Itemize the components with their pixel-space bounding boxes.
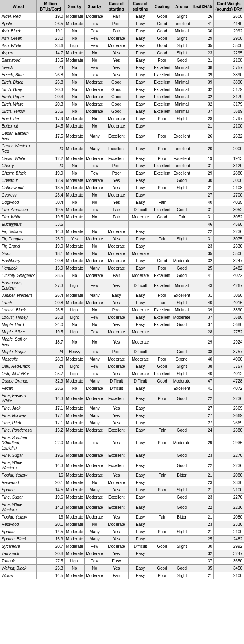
table-cell: Hornbeam, Eastern [0, 279, 37, 292]
table-cell: Easy [105, 558, 129, 565]
table-cell: Oak, White/Bur [0, 370, 37, 378]
table-cell: Slight [172, 42, 192, 50]
table-cell: 2992 [214, 543, 244, 550]
table-cell: Oak, Red/Black [0, 363, 37, 370]
table-cell: 24 [192, 427, 214, 434]
table-cell: Pine, Eastern White [0, 392, 37, 405]
table-cell: 25.0 [37, 236, 65, 243]
table-cell: Good [172, 348, 192, 356]
table-cell: Slight [172, 486, 192, 494]
table-cell: Few [85, 20, 105, 28]
table-cell: No [85, 228, 105, 236]
table-row: Maple, Soft or Red18.7NoNoYesModerate292… [0, 336, 244, 348]
table-cell: Easy [129, 385, 152, 392]
table-cell: Easy [129, 412, 152, 419]
table-cell: Fir, Balsam [0, 228, 37, 236]
table-cell: Locust, Black [0, 307, 37, 314]
table-cell: Many [85, 130, 105, 143]
table-cell: 28 [192, 115, 214, 123]
table-row: Ash, Green23.0NoFewModerateEasyGoodSligh… [0, 35, 244, 42]
table-cell: No [85, 115, 105, 123]
table-cell: 20.3 [37, 86, 65, 93]
table-cell: 19.9 [37, 170, 65, 177]
table-cell: 27 [192, 192, 214, 199]
table-cell: Moderate [105, 123, 129, 130]
table-cell: 26 [192, 13, 214, 20]
table-cell: 32.9 [37, 378, 65, 385]
table-cell: 16 [37, 514, 65, 521]
table-cell: Excellent [105, 130, 129, 143]
table-row: Pine, Pitch17.1ModerateManyYesEasy272669 [0, 419, 244, 427]
table-cell: 4140 [214, 20, 244, 28]
table-cell: Slight [172, 543, 192, 550]
table-cell: 23.6 [37, 42, 65, 50]
table-cell: 2380 [214, 427, 244, 434]
table-cell: No [65, 272, 85, 279]
table-cell: 20.8 [37, 257, 65, 265]
table-cell: Yes [105, 405, 129, 412]
table-cell: 17.1 [37, 419, 65, 427]
table-cell: Excellent [152, 101, 172, 108]
table-cell: Cypress [0, 192, 37, 199]
table-cell [172, 558, 192, 565]
table-cell: 46 [192, 221, 214, 228]
table-cell: 4012 [214, 370, 244, 378]
table-cell: 2108 [214, 57, 244, 64]
table-cell: Easy [129, 472, 152, 479]
table-cell: Good [152, 257, 172, 265]
table-cell: No [65, 199, 85, 206]
table-cell: 3757 [214, 348, 244, 356]
table-cell: Chestnut [0, 177, 37, 184]
table-cell: 2100 [214, 123, 244, 130]
table-cell [152, 459, 172, 472]
table-cell: Fair [152, 472, 172, 479]
table-cell: Easy [129, 199, 152, 206]
table-cell: 3500 [214, 42, 244, 50]
table-row: Elm, American19.5ModerateFewFairDifficul… [0, 206, 244, 214]
table-cell: Few [85, 71, 105, 79]
table-cell [172, 419, 192, 427]
table-cell: Slight [172, 572, 192, 579]
table-cell: Minimal [172, 101, 192, 108]
table-cell: Slight [172, 115, 192, 123]
table-cell: Moderate [65, 536, 85, 543]
table-row: Pine, Sugar19.6ModerateModerateExcellent… [0, 452, 244, 459]
table-cell: Good [172, 272, 192, 279]
table-cell: Moderate [85, 472, 105, 479]
table-cell: 26.4 [37, 292, 65, 299]
table-cell: Moderate [105, 42, 129, 50]
table-cell: Alder, Red [0, 13, 37, 20]
table-cell: Good [172, 321, 192, 328]
table-cell: 20.7 [37, 543, 65, 550]
table-cell: Easy [129, 459, 152, 472]
table-cell: 32 [192, 550, 214, 558]
table-cell: Moderate [65, 265, 85, 272]
table-cell: Slight [172, 236, 192, 243]
table-cell: 30 [192, 28, 214, 35]
table-cell: Moderate [65, 434, 85, 452]
table-cell: Light [65, 279, 85, 292]
table-cell: Difficult [129, 378, 152, 385]
table-cell: 20.8 [37, 550, 65, 558]
table-cell: Light [65, 307, 85, 314]
table-cell: No [65, 565, 85, 572]
table-cell: 19.5 [37, 206, 65, 214]
table-cell: Moderate [65, 184, 85, 192]
table-cell: Moderate [65, 452, 85, 459]
firewood-table: Wood Million BTUs/Cord Smoky Sparky Ease… [0, 0, 244, 579]
table-cell: 19.0 [37, 13, 65, 20]
table-cell: Cedar, Western Red [0, 143, 37, 155]
table-cell: Fair [172, 214, 192, 221]
table-cell: Slight [172, 50, 192, 57]
table-cell: Fair [105, 13, 129, 20]
table-cell [172, 243, 192, 250]
table-cell: 13.5 [37, 184, 65, 192]
table-row: Locust, Honey25.8LightFewModerateEasyExc… [0, 314, 244, 321]
table-cell: Moderate [129, 214, 152, 221]
table-cell [152, 385, 172, 392]
table-cell: No [85, 565, 105, 572]
table-cell: Moderate [65, 50, 85, 57]
table-cell: Box Elder [0, 115, 37, 123]
table-cell: 2797 [214, 115, 244, 123]
col-header-aroma: Aroma [172, 0, 192, 13]
